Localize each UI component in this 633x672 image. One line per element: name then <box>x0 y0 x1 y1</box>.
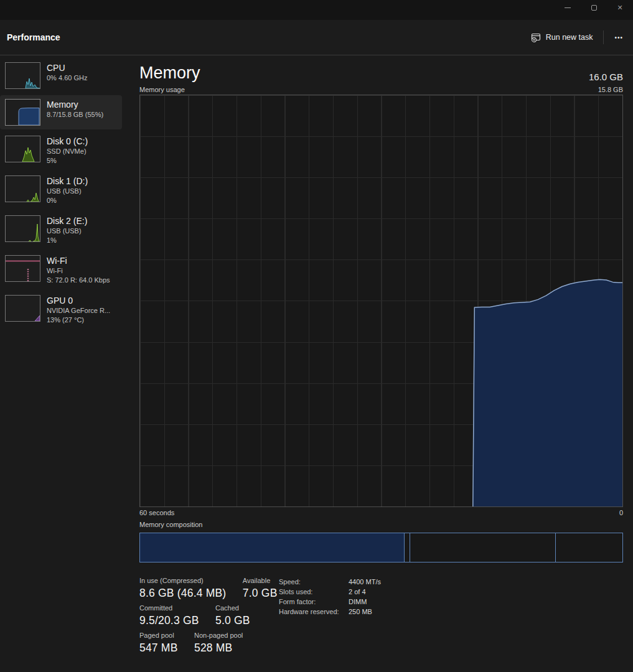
cpu-mini-chart-icon <box>6 63 40 88</box>
sidebar-item-detail: SSD (NVMe) <box>47 147 88 156</box>
sidebar-item-detail: Wi-Fi <box>47 266 110 276</box>
stat-label: In use (Compressed) <box>139 577 226 584</box>
minimize-icon <box>565 7 571 8</box>
disk1-thumbnail <box>5 175 40 202</box>
sidebar-item-gpu0[interactable]: GPU 0 NVIDIA GeForce R... 13% (27 °C) <box>0 291 122 329</box>
gpu0-thumbnail <box>5 295 40 322</box>
sidebar-item-detail: USB (USB) <box>47 226 87 236</box>
detail-value: 2 of 4 <box>349 588 381 595</box>
sidebar-item-title: Disk 2 (E:) <box>47 215 87 226</box>
memory-mini-chart-icon <box>6 100 40 125</box>
composition-segment-standby[interactable] <box>410 533 556 562</box>
sidebar-item-detail: USB (USB) <box>47 187 88 196</box>
performance-sidebar: CPU 0% 4.60 GHz Memory 8.7/15.8 GB (55%)… <box>0 58 127 331</box>
sidebar-item-detail2: S: 72.0 R: 64.0 Kbps <box>47 276 110 285</box>
memory-usage-area <box>473 279 622 506</box>
sidebar-item-disk2[interactable]: Disk 2 (E:) USB (USB) 1% <box>0 212 122 249</box>
memory-composition-label: Memory composition <box>139 521 623 528</box>
maximize-icon <box>591 5 597 11</box>
total-memory-label: 16.0 GB <box>589 72 623 83</box>
run-new-task-button[interactable]: Run new task <box>525 28 599 47</box>
detail-label: Speed: <box>279 578 349 586</box>
stat-value: 5.0 GB <box>215 614 250 627</box>
stat-label: Non-paged pool <box>194 632 243 639</box>
memory-composition-bar[interactable] <box>139 533 623 562</box>
composition-segment-modified[interactable] <box>405 533 410 562</box>
sidebar-item-title: CPU <box>47 62 87 73</box>
composition-segment-in-use[interactable] <box>140 533 405 562</box>
sidebar-item-title: Memory <box>47 99 103 110</box>
stat-label: Paged pool <box>139 632 178 639</box>
disk2-thumbnail <box>5 215 40 242</box>
sidebar-item-detail2: 13% (27 °C) <box>47 315 110 325</box>
gpu0-mini-chart-icon <box>6 296 40 321</box>
stat-value: 7.0 GB <box>243 587 278 600</box>
memory-details: Speed: 4400 MT/s Slots used: 2 of 4 Form… <box>279 578 381 615</box>
memory-stats: In use (Compressed) 8.6 GB (46.4 MB) Ava… <box>139 577 623 670</box>
page-title: Performance <box>7 32 60 42</box>
disk2-mini-chart-icon <box>6 216 40 241</box>
cpu-thumbnail <box>5 62 40 89</box>
run-new-task-label: Run new task <box>546 33 593 42</box>
stat-value: 8.6 GB (46.4 MB) <box>139 587 226 600</box>
page-header: Performance Run new task ••• <box>0 20 633 55</box>
detail-label: Hardware reserved: <box>279 608 349 615</box>
sidebar-item-memory[interactable]: Memory 8.7/15.8 GB (55%) <box>0 95 122 129</box>
sidebar-item-detail2: 0% <box>47 196 88 205</box>
sidebar-item-title: Disk 1 (D:) <box>47 175 88 187</box>
memory-usage-chart[interactable] <box>139 95 623 507</box>
sidebar-item-disk0[interactable]: Disk 0 (C:) SSD (NVMe) 5% <box>0 132 122 169</box>
close-icon: ✕ <box>617 4 622 11</box>
panel-title: Memory <box>139 62 200 83</box>
more-options-button[interactable]: ••• <box>608 30 629 45</box>
detail-label: Slots used: <box>279 588 349 595</box>
memory-panel: Memory 16.0 GB Memory usage 15.8 GB 60 s… <box>139 60 623 670</box>
run-new-task-icon <box>531 32 541 42</box>
chart-x-right-label: 0 <box>619 509 623 516</box>
disk0-thumbnail <box>5 136 40 162</box>
maximize-button[interactable] <box>581 0 607 15</box>
memory-usage-graph <box>140 95 622 506</box>
sidebar-item-wifi[interactable]: Wi-Fi Wi-Fi S: 72.0 R: 64.0 Kbps <box>0 251 122 289</box>
detail-value: 4400 MT/s <box>349 578 381 586</box>
title-bar: ✕ <box>0 0 633 20</box>
sidebar-item-title: Disk 0 (C:) <box>47 136 88 147</box>
disk0-mini-chart-icon <box>6 136 40 162</box>
minimize-button[interactable] <box>555 0 581 15</box>
detail-label: Form factor: <box>279 598 349 605</box>
memory-thumbnail <box>5 99 40 126</box>
chart-ymax-label: 15.8 GB <box>598 86 623 93</box>
composition-segment-free[interactable] <box>556 533 622 562</box>
stat-label: Available <box>243 577 278 584</box>
wifi-mini-chart-icon <box>6 256 40 281</box>
sidebar-item-disk1[interactable]: Disk 1 (D:) USB (USB) 0% <box>0 172 122 209</box>
header-divider <box>603 30 604 44</box>
sidebar-item-cpu[interactable]: CPU 0% 4.60 GHz <box>0 58 122 93</box>
sidebar-item-detail: 8.7/15.8 GB (55%) <box>47 110 103 119</box>
sidebar-item-detail2: 5% <box>47 156 88 166</box>
stat-value: 528 MB <box>194 642 243 655</box>
sidebar-item-title: Wi-Fi <box>47 255 110 266</box>
chart-x-left-label: 60 seconds <box>139 509 174 516</box>
sidebar-item-detail: 0% 4.60 GHz <box>47 73 87 83</box>
close-button[interactable]: ✕ <box>607 0 633 15</box>
stat-value: 9.5/20.3 GB <box>139 614 199 627</box>
stat-label: Committed <box>139 604 199 612</box>
sidebar-item-title: GPU 0 <box>47 295 110 306</box>
sidebar-item-detail: NVIDIA GeForce R... <box>47 306 110 315</box>
disk1-mini-chart-icon <box>6 176 40 202</box>
stat-label: Cached <box>215 604 250 612</box>
detail-value: DIMM <box>349 598 381 605</box>
stat-value: 547 MB <box>139 642 178 655</box>
wifi-thumbnail <box>5 255 40 282</box>
memory-usage-label: Memory usage <box>139 86 185 93</box>
detail-value: 250 MB <box>349 608 381 615</box>
sidebar-item-detail2: 1% <box>47 236 87 245</box>
